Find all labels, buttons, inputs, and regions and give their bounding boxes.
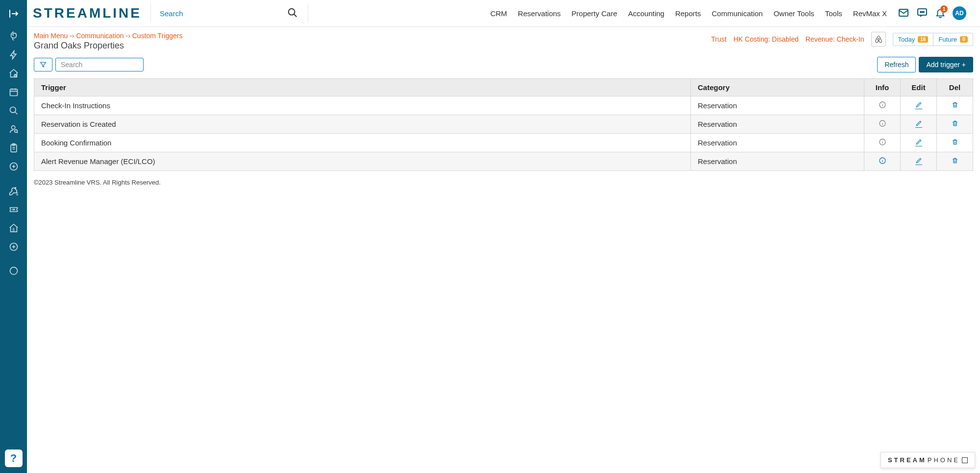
svg-text:$: $	[12, 228, 15, 232]
message-icon[interactable]	[916, 7, 928, 20]
search-icon[interactable]	[0, 101, 27, 120]
house-dollar-icon[interactable]: $	[0, 219, 27, 237]
status-row: Trust HK Costing: Disabled Revenue: Chec…	[711, 32, 973, 47]
cell-del	[937, 152, 973, 171]
swirl-icon[interactable]	[0, 27, 27, 46]
svg-point-14	[920, 11, 921, 12]
plus-circle-icon[interactable]	[0, 157, 27, 176]
status-pills: Today 16 Future 0	[893, 33, 973, 46]
svg-point-3	[11, 126, 15, 129]
table-row: Reservation is CreatedReservation	[34, 115, 973, 134]
breadcrumb: Main Menu -› Communication -› Custom Tri…	[34, 32, 182, 40]
status-revenue[interactable]: Revenue: Check-In	[806, 35, 864, 43]
global-search-input[interactable]	[160, 9, 299, 18]
calendar-icon[interactable]	[0, 83, 27, 101]
lightning-icon[interactable]	[0, 46, 27, 64]
toolbar: Refresh Add trigger +	[27, 54, 980, 78]
status-trust[interactable]: Trust	[711, 35, 726, 43]
breadcrumb-custom-triggers[interactable]: Custom Triggers	[132, 32, 183, 40]
bell-icon[interactable]: 1	[935, 7, 946, 20]
top-header: STREAMLINE CRM Reservations Property Car…	[27, 0, 980, 27]
info-icon[interactable]	[879, 138, 886, 146]
breadcrumb-communication[interactable]: Communication	[76, 32, 123, 40]
cell-info	[864, 152, 901, 171]
cell-category: Reservation	[691, 115, 864, 134]
edit-icon[interactable]	[915, 120, 922, 128]
add-trigger-button[interactable]: Add trigger +	[919, 57, 973, 72]
th-trigger: Trigger	[34, 79, 691, 96]
nav-owner-tools[interactable]: Owner Tools	[774, 9, 814, 18]
breadcrumb-main[interactable]: Main Menu	[34, 32, 68, 40]
wrench-dollar-icon[interactable]: $	[0, 182, 27, 200]
nav-reports[interactable]: Reports	[675, 9, 701, 18]
chat-icon[interactable]	[0, 262, 27, 281]
cell-trigger: Check-In Instructions	[34, 96, 691, 115]
cell-edit	[901, 96, 937, 115]
plus-circle-icon-2[interactable]	[0, 237, 27, 256]
cell-trigger: Booking Confirmation	[34, 134, 691, 152]
expand-icon	[962, 457, 968, 463]
search-icon[interactable]	[287, 7, 298, 20]
pill-future[interactable]: Future 0	[933, 33, 973, 46]
trash-icon[interactable]	[952, 120, 958, 127]
th-info: Info	[864, 79, 901, 96]
house-clock-icon[interactable]	[0, 64, 27, 83]
pill-today-label: Today	[898, 36, 915, 43]
bell-badge: 1	[940, 5, 948, 13]
pill-today[interactable]: Today 16	[893, 33, 933, 46]
pill-today-count: 16	[918, 36, 928, 43]
mail-icon[interactable]	[898, 7, 909, 20]
airbnb-icon[interactable]	[871, 32, 886, 47]
filter-button[interactable]	[34, 58, 52, 71]
info-icon[interactable]	[879, 101, 886, 109]
avatar[interactable]: AD	[953, 6, 966, 20]
cell-edit	[901, 152, 937, 171]
nav-accounting[interactable]: Accounting	[628, 9, 664, 18]
cell-edit	[901, 134, 937, 152]
nav-communication[interactable]: Communication	[711, 9, 762, 18]
streamphone-rest: PHONE	[928, 456, 960, 464]
trash-icon[interactable]	[952, 157, 958, 164]
user-search-icon[interactable]	[0, 120, 27, 139]
coupon-icon[interactable]	[0, 200, 27, 219]
nav-reservations[interactable]: Reservations	[518, 9, 561, 18]
help-button[interactable]: ?	[5, 449, 23, 467]
breadcrumb-sep: -›	[126, 32, 130, 40]
logo[interactable]: STREAMLINE	[33, 5, 150, 21]
triggers-table: Trigger Category Info Edit Del Check-In …	[34, 78, 973, 171]
info-icon[interactable]	[879, 119, 886, 127]
nav-crm[interactable]: CRM	[490, 9, 507, 18]
collapse-sidebar-icon[interactable]	[0, 0, 27, 27]
svg-point-2	[10, 107, 16, 113]
table-row: Check-In InstructionsReservation	[34, 96, 973, 115]
cell-del	[937, 134, 973, 152]
clipboard-icon[interactable]	[0, 139, 27, 157]
divider	[308, 3, 308, 23]
svg-point-17	[878, 39, 880, 41]
streamphone-bold: STREAM	[888, 456, 927, 464]
svg-point-11	[289, 8, 295, 15]
edit-icon[interactable]	[915, 139, 922, 146]
nav-revmax[interactable]: RevMax X	[853, 9, 887, 18]
table-search-input[interactable]	[55, 58, 144, 71]
cell-category: Reservation	[691, 134, 864, 152]
cell-info	[864, 115, 901, 134]
th-del: Del	[937, 79, 973, 96]
refresh-button[interactable]: Refresh	[877, 57, 916, 72]
cell-trigger: Reservation is Created	[34, 115, 691, 134]
edit-icon[interactable]	[915, 157, 922, 165]
trash-icon[interactable]	[952, 139, 958, 145]
cell-edit	[901, 115, 937, 134]
pill-future-label: Future	[938, 36, 957, 43]
nav-property-care[interactable]: Property Care	[571, 9, 617, 18]
pill-future-count: 0	[960, 36, 968, 43]
trash-icon[interactable]	[952, 101, 958, 108]
info-icon[interactable]	[879, 157, 886, 165]
svg-rect-1	[10, 89, 17, 95]
streamphone-widget[interactable]: STREAMPHONE	[881, 452, 975, 468]
edit-icon[interactable]	[915, 101, 922, 109]
svg-text:$: $	[16, 192, 18, 196]
status-hk[interactable]: HK Costing: Disabled	[734, 35, 799, 43]
nav-tools[interactable]: Tools	[825, 9, 842, 18]
cell-category: Reservation	[691, 96, 864, 115]
